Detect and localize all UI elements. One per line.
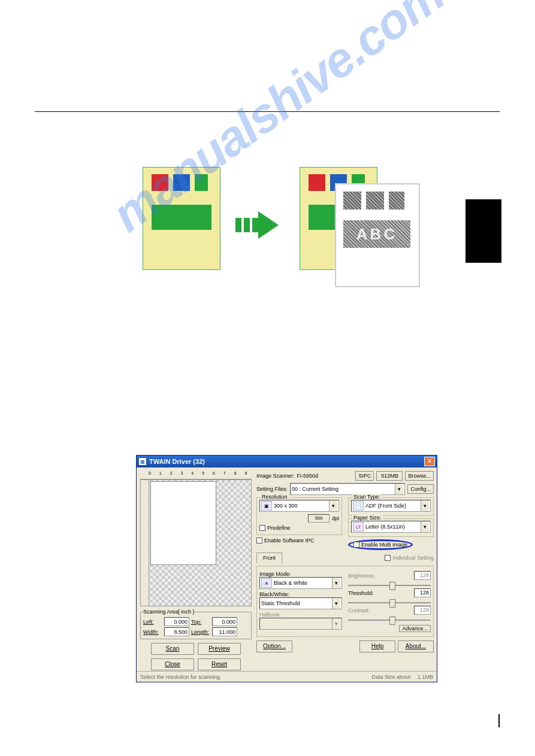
- checkbox-icon: [256, 538, 262, 544]
- dpi-box[interactable]: 300: [308, 514, 330, 523]
- green-rect-icon: [152, 205, 211, 230]
- setting-files-combo[interactable]: 00 : Current Setting ▾: [290, 483, 405, 495]
- browse-button[interactable]: Browse...: [405, 471, 434, 481]
- scantype-value: ADF (Front Side): [365, 503, 406, 509]
- contrast-label: Contrast:: [348, 608, 370, 614]
- checkbox-icon: [259, 525, 265, 531]
- option-button[interactable]: Option...: [256, 640, 292, 652]
- blue-square-icon: [173, 174, 190, 191]
- checkbox-icon: [353, 542, 359, 548]
- brightness-label: Brightness:: [348, 573, 375, 579]
- page-thumb-tab: [466, 199, 501, 263]
- bw-label: Black/White:: [259, 591, 342, 597]
- imagemode-label: Image Mode:: [259, 571, 342, 577]
- close-icon[interactable]: X: [424, 457, 435, 466]
- twain-driver-dialog: ▦ TWAIN Driver (32) X 0 1 2 3 4 5 6 7 8 …: [136, 455, 437, 682]
- reset-button[interactable]: Reset: [198, 658, 241, 670]
- halftone-combo: ▾: [259, 618, 342, 630]
- imagemode-combo[interactable]: A Black & White ▾: [259, 577, 342, 589]
- resolution-label: Resolution: [261, 494, 289, 500]
- mem-badge: 512MB: [376, 471, 403, 481]
- preview-area[interactable]: [140, 479, 252, 606]
- chevron-down-icon: ▾: [395, 484, 403, 494]
- preview-button[interactable]: Preview: [198, 643, 241, 655]
- preview-page: [150, 481, 216, 565]
- papersize-combo[interactable]: LT Letter (8.5x11in) ▾: [351, 521, 431, 533]
- checkbox-icon: [385, 555, 391, 561]
- front-tab[interactable]: Front: [256, 552, 282, 563]
- threshold-slider[interactable]: [348, 601, 431, 605]
- sipc-button[interactable]: SIPC: [355, 471, 374, 481]
- contrast-slider: [348, 618, 431, 622]
- titlebar[interactable]: ▦ TWAIN Driver (32) X: [137, 456, 437, 467]
- predefine-label: Predefine: [267, 525, 291, 531]
- resolution-group: Resolution ▣ 300 x 300 ▾ 300 dpi Pre: [256, 497, 342, 535]
- close-button[interactable]: Close: [151, 658, 194, 670]
- enable-multi-image-check[interactable]: Enable Multi Image: [353, 542, 407, 548]
- status-text: Select the resolution for scanning.: [140, 674, 222, 680]
- threshold-value[interactable]: 128: [414, 588, 431, 597]
- datasize-value: 1.1MB: [418, 674, 433, 680]
- enable-multi-image-label: Enable Multi Image: [361, 542, 407, 548]
- chevron-down-icon: ▾: [332, 578, 340, 588]
- right-pane: Image Scanner: Fi-5950d SIPC 512MB Brows…: [256, 471, 434, 655]
- papersize-icon: LT: [353, 522, 364, 532]
- bw-band: ABC: [343, 220, 410, 248]
- individual-setting-label: Individual Setting: [392, 555, 434, 561]
- imagemode-icon: A: [261, 578, 272, 588]
- scan-button[interactable]: Scan: [151, 643, 194, 655]
- individual-setting-check: Individual Setting: [385, 555, 434, 561]
- scantype-combo[interactable]: 📄 ADF (Front Side) ▾: [351, 500, 431, 512]
- chevron-down-icon: ▾: [332, 618, 340, 629]
- predefine-check[interactable]: Predefine: [259, 525, 339, 531]
- scanner-value: Fi-5950d: [297, 473, 353, 479]
- threshold-label: Threshold:: [348, 590, 374, 596]
- result-doc-bw: ABC: [335, 184, 419, 287]
- top-input[interactable]: [212, 617, 237, 626]
- width-input[interactable]: [164, 627, 189, 636]
- bw-value: Static Threshold: [261, 600, 300, 606]
- chevron-down-icon: ▾: [421, 521, 429, 532]
- bw-square-icon: [366, 192, 384, 210]
- imagemode-value: Black & White: [274, 580, 307, 586]
- config-button[interactable]: Config...: [407, 484, 434, 494]
- scantype-icon: 📄: [353, 501, 364, 511]
- length-input[interactable]: [212, 627, 237, 636]
- resolution-combo[interactable]: ▣ 300 x 300 ▾: [259, 500, 339, 512]
- multi-image-highlight: Enable Multi Image: [348, 539, 413, 550]
- scanning-area-legend: Scanning Area[ inch ]: [143, 609, 194, 615]
- about-button[interactable]: About...: [398, 640, 434, 652]
- resolution-value: 300 x 300: [274, 503, 298, 509]
- arrow-icon: [235, 211, 283, 239]
- scantype-label: Scan Type:: [352, 494, 382, 500]
- chevron-down-icon: ▾: [421, 500, 429, 511]
- chevron-down-icon: ▾: [332, 598, 340, 609]
- resolution-icon: ▣: [261, 501, 272, 511]
- brightness-slider: [348, 584, 431, 587]
- window-title: TWAIN Driver (32): [149, 458, 424, 465]
- advance-button[interactable]: Advance...: [399, 625, 431, 632]
- left-input[interactable]: [164, 617, 189, 626]
- enable-sipc-check[interactable]: Enable Software IPC: [256, 538, 342, 544]
- dpi-label: dpi: [332, 515, 339, 521]
- page-top-rule: [35, 111, 500, 112]
- status-bar: Select the resolution for scanning. Data…: [137, 671, 437, 682]
- bw-square-icon: [389, 192, 404, 210]
- bw-square-icon: [343, 192, 361, 210]
- enable-sipc-label: Enable Software IPC: [264, 538, 315, 544]
- brightness-value: 128: [414, 571, 431, 580]
- footer-bar-icon: [498, 714, 500, 727]
- halftone-label: Halftone:: [259, 612, 342, 618]
- chevron-down-icon: ▾: [329, 500, 337, 511]
- papersize-value: Letter (8.5x11in): [365, 524, 405, 530]
- source-doc: [143, 167, 220, 270]
- bw-combo[interactable]: Static Threshold ▾: [259, 597, 342, 609]
- setting-files-value: 00 : Current Setting: [292, 486, 338, 492]
- width-label: Width:: [143, 629, 162, 635]
- ruler-horizontal: 0 1 2 3 4 5 6 7 8 9 10 11: [140, 471, 252, 479]
- app-icon: ▦: [138, 457, 147, 466]
- help-button[interactable]: Help: [359, 640, 395, 652]
- length-label: Length:: [191, 629, 210, 635]
- scanning-area-group: Scanning Area[ inch ] Left: Top: Width: …: [140, 609, 252, 639]
- top-label: Top:: [191, 619, 210, 625]
